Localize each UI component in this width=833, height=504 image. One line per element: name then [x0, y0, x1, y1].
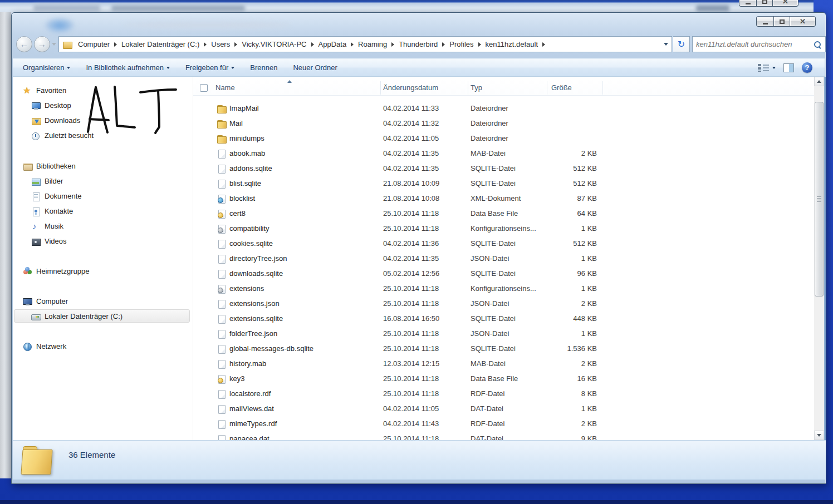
file-row[interactable]: extensions25.10.2014 11:18Konfigurations…: [193, 281, 814, 297]
back-button[interactable]: ←: [16, 36, 32, 52]
address-dropdown-icon[interactable]: [664, 43, 668, 46]
toolbar-button-brennen[interactable]: Brennen: [244, 60, 283, 75]
column-divider[interactable]: [380, 81, 381, 95]
file-size: 64 KB: [505, 209, 597, 218]
breadcrumb-item[interactable]: ken11hzt.default: [482, 40, 542, 48]
toolbar-button-label: Freigeben für: [185, 63, 228, 72]
column-header-type[interactable]: Typ: [471, 83, 482, 92]
file-row[interactable]: mimeTypes.rdf04.02.2014 11:43RDF-Datei2 …: [193, 417, 814, 432]
breadcrumb-separator-icon[interactable]: [114, 42, 117, 47]
toolbar-button-organisieren[interactable]: Organisieren: [17, 60, 76, 75]
close-button[interactable]: ✕: [790, 16, 816, 27]
breadcrumb-separator-icon[interactable]: [234, 42, 237, 47]
sidebar-item-label: Netzwerk: [36, 342, 66, 350]
breadcrumb-item[interactable]: Vicky.VIKTORIA-PC: [238, 40, 310, 48]
background-window-edge: [0, 12, 11, 478]
file-row[interactable]: downloads.sqlite05.02.2014 12:56SQLITE-D…: [193, 266, 814, 281]
sidebar-item-downloads[interactable]: Downloads: [31, 115, 80, 126]
file-row[interactable]: localstore.rdf25.10.2014 11:18RDF-Datei8…: [193, 387, 814, 402]
minimize-button[interactable]: [756, 16, 773, 27]
file-row[interactable]: ImapMail04.02.2014 11:33Dateiordner: [193, 101, 814, 116]
file-date: 04.02.2014 11:32: [383, 119, 439, 127]
sidebar-item-dokumente[interactable]: Dokumente: [31, 190, 81, 202]
network-icon: [23, 342, 32, 351]
column-divider[interactable]: [547, 81, 547, 95]
scroll-down-button[interactable]: [814, 431, 824, 440]
toolbar-button-freigeben-f-r[interactable]: Freigeben für: [180, 60, 240, 75]
file-row[interactable]: panacea.dat25.10.2014 11:18DAT-Datei9 KB: [193, 432, 814, 440]
file-row[interactable]: abook.mab04.02.2014 11:35MAB-Datei2 KB: [193, 146, 814, 161]
file-row[interactable]: blist.sqlite21.08.2014 10:09SQLITE-Datei…: [193, 176, 814, 191]
sidebar-item-kontakte[interactable]: Kontakte: [31, 205, 73, 217]
minimize-button[interactable]: [739, 0, 756, 7]
column-divider[interactable]: [602, 81, 603, 95]
sidebar-item-videos[interactable]: Videos: [31, 235, 67, 247]
column-header-name[interactable]: Name: [215, 83, 235, 92]
sidebar-item-desktop[interactable]: Desktop: [31, 100, 71, 111]
maximize-button[interactable]: [773, 16, 790, 27]
address-bar[interactable]: ComputerLokaler Datenträger (C:)UsersVic…: [58, 36, 672, 52]
help-button[interactable]: ?: [802, 62, 812, 73]
scroll-up-button[interactable]: [814, 77, 824, 86]
sidebar-item-bibliotheken[interactable]: Bibliotheken: [23, 160, 76, 172]
file-row[interactable]: addons.sqlite04.02.2014 11:35SQLITE-Date…: [193, 161, 814, 176]
file-row[interactable]: compatibility25.10.2014 11:18Konfigurati…: [193, 221, 814, 236]
sidebar-item-favoriten[interactable]: Favoriten: [23, 85, 66, 96]
file-name: directoryTree.json: [229, 254, 287, 263]
refresh-button[interactable]: ↻: [673, 36, 690, 52]
breadcrumb-separator-icon[interactable]: [391, 42, 394, 47]
change-view-button[interactable]: [758, 63, 776, 72]
file-row[interactable]: blocklist21.08.2014 10:08XML-Dokument87 …: [193, 191, 814, 206]
search-input[interactable]: [693, 40, 814, 48]
file-row[interactable]: Mail04.02.2014 11:32Dateiordner: [193, 116, 814, 131]
breadcrumb-separator-icon[interactable]: [311, 42, 314, 47]
file-row[interactable]: folderTree.json25.10.2014 11:18JSON-Date…: [193, 327, 814, 342]
file-type: JSON-Datei: [471, 329, 509, 338]
file-name: folderTree.json: [229, 329, 277, 338]
breadcrumb-separator-icon[interactable]: [442, 42, 445, 47]
column-header-size[interactable]: Größe: [551, 83, 572, 92]
breadcrumb-separator-icon[interactable]: [351, 42, 354, 47]
breadcrumb-separator-icon[interactable]: [478, 42, 481, 47]
file-row[interactable]: global-messages-db.sqlite25.10.2014 11:1…: [193, 342, 814, 357]
breadcrumb-item[interactable]: Profiles: [445, 40, 477, 48]
maximize-button[interactable]: [756, 0, 773, 7]
breadcrumb-separator-icon[interactable]: [542, 42, 545, 47]
toolbar-button-in-bibliothek-aufnehmen[interactable]: In Bibliothek aufnehmen: [80, 60, 175, 75]
recent-pages-dropdown-icon[interactable]: [52, 43, 56, 46]
column-header-date[interactable]: Änderungsdatum: [383, 83, 438, 92]
breadcrumb-item[interactable]: Lokaler Datenträger (C:): [117, 40, 203, 48]
sidebar-item-musik[interactable]: Musik: [31, 220, 63, 232]
file-row[interactable]: minidumps04.02.2014 11:05Dateiordner: [193, 131, 814, 146]
file-row[interactable]: history.mab12.03.2014 12:15MAB-Datei2 KB: [193, 357, 814, 372]
lib-icon: [23, 162, 32, 171]
sidebar-item-bilder[interactable]: Bilder: [31, 175, 63, 187]
sidebar-item-heimnetzgruppe[interactable]: Heimnetzgruppe: [23, 265, 89, 277]
scrollbar-thumb[interactable]: [815, 102, 824, 297]
sidebar-item-lokaler-datentr-ger-c-[interactable]: Lokaler Datenträger (C:): [31, 310, 122, 322]
file-row[interactable]: key325.10.2014 11:18Data Base File16 KB: [193, 372, 814, 387]
breadcrumb-separator-icon[interactable]: [204, 42, 207, 47]
preview-pane-button[interactable]: [783, 63, 794, 72]
toolbar-button-neuer-ordner[interactable]: Neuer Ordner: [287, 60, 342, 75]
breadcrumb-item[interactable]: Computer: [74, 40, 114, 48]
column-divider[interactable]: [468, 81, 468, 95]
sidebar-item-netzwerk[interactable]: Netzwerk: [23, 340, 66, 352]
file-row[interactable]: extensions.json25.10.2014 11:18JSON-Date…: [193, 297, 814, 312]
file-row[interactable]: cert825.10.2014 11:18Data Base File64 KB: [193, 206, 814, 221]
breadcrumb-item[interactable]: Roaming: [354, 40, 391, 48]
breadcrumb-item[interactable]: Thunderbird: [395, 40, 442, 48]
file-row[interactable]: cookies.sqlite04.02.2014 11:36SQLITE-Dat…: [193, 236, 814, 251]
select-all-checkbox[interactable]: [200, 84, 208, 92]
file-row[interactable]: mailViews.dat04.02.2014 11:05DAT-Datei1 …: [193, 402, 814, 417]
sidebar-item-zuletzt-besucht[interactable]: Zuletzt besucht: [31, 130, 94, 141]
sidebar-item-label: Downloads: [45, 116, 80, 125]
vertical-scrollbar[interactable]: [814, 77, 824, 440]
breadcrumb-item[interactable]: AppData: [315, 40, 351, 48]
breadcrumb-item[interactable]: Users: [207, 40, 234, 48]
file-row[interactable]: extensions.sqlite16.08.2014 16:50SQLITE-…: [193, 312, 814, 327]
sidebar-item-computer[interactable]: Computer: [23, 295, 68, 307]
close-button[interactable]: ✕: [773, 0, 798, 7]
forward-button[interactable]: →: [34, 36, 50, 52]
file-row[interactable]: directoryTree.json04.02.2014 11:35JSON-D…: [193, 251, 814, 266]
